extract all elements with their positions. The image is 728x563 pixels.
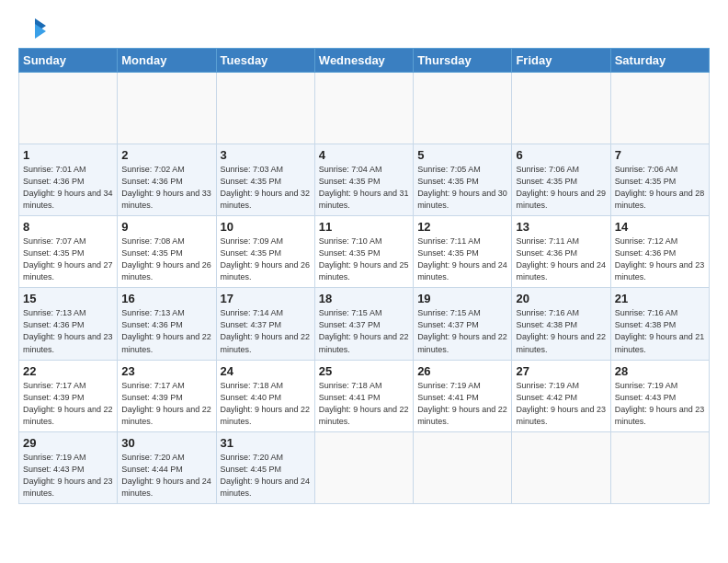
day-number: 19 — [417, 292, 507, 305]
table-row: 3 Sunrise: 7:03 AM Sunset: 4:35 PM Dayli… — [216, 144, 314, 216]
table-row — [610, 73, 709, 144]
day-number: 2 — [121, 148, 211, 162]
day-number: 25 — [319, 364, 409, 378]
table-row: 22 Sunrise: 7:17 AM Sunset: 4:39 PM Dayl… — [19, 360, 118, 431]
day-info: Sunrise: 7:03 AM Sunset: 4:35 PM Dayligh… — [221, 165, 311, 210]
header — [18, 17, 710, 42]
day-info: Sunrise: 7:11 AM Sunset: 4:36 PM Dayligh… — [516, 236, 606, 282]
day-number: 14 — [615, 220, 705, 234]
day-info: Sunrise: 7:01 AM Sunset: 4:36 PM Dayligh… — [23, 165, 113, 210]
day-number: 11 — [319, 220, 409, 234]
header-row: Sunday Monday Tuesday Wednesday Thursday… — [19, 49, 710, 73]
day-info: Sunrise: 7:17 AM Sunset: 4:39 PM Dayligh… — [23, 381, 113, 426]
table-row — [19, 73, 118, 144]
day-number: 21 — [615, 292, 705, 305]
day-info: Sunrise: 7:16 AM Sunset: 4:38 PM Dayligh… — [615, 308, 705, 353]
table-row: 28 Sunrise: 7:19 AM Sunset: 4:43 PM Dayl… — [610, 360, 709, 431]
day-number: 3 — [221, 148, 311, 162]
day-number: 6 — [516, 148, 606, 162]
day-number: 31 — [221, 436, 311, 450]
day-info: Sunrise: 7:08 AM Sunset: 4:35 PM Dayligh… — [121, 236, 211, 282]
day-info: Sunrise: 7:07 AM Sunset: 4:35 PM Dayligh… — [23, 236, 113, 282]
col-wednesday: Wednesday — [314, 49, 413, 73]
day-number: 17 — [221, 292, 311, 305]
day-number: 9 — [121, 220, 211, 234]
day-info: Sunrise: 7:15 AM Sunset: 4:37 PM Dayligh… — [319, 308, 409, 353]
table-row: 5 Sunrise: 7:05 AM Sunset: 4:35 PM Dayli… — [414, 144, 512, 216]
day-info: Sunrise: 7:19 AM Sunset: 4:41 PM Dayligh… — [417, 381, 507, 426]
table-row: 18 Sunrise: 7:15 AM Sunset: 4:37 PM Dayl… — [314, 288, 413, 360]
day-info: Sunrise: 7:16 AM Sunset: 4:38 PM Dayligh… — [516, 308, 606, 353]
day-info: Sunrise: 7:20 AM Sunset: 4:44 PM Dayligh… — [121, 453, 211, 498]
table-row: 2 Sunrise: 7:02 AM Sunset: 4:36 PM Dayli… — [118, 144, 216, 216]
day-number: 1 — [23, 148, 113, 162]
table-row: 6 Sunrise: 7:06 AM Sunset: 4:35 PM Dayli… — [512, 144, 610, 216]
table-row: 12 Sunrise: 7:11 AM Sunset: 4:35 PM Dayl… — [414, 216, 512, 288]
table-row: 21 Sunrise: 7:16 AM Sunset: 4:38 PM Dayl… — [610, 288, 709, 360]
table-row: 13 Sunrise: 7:11 AM Sunset: 4:36 PM Dayl… — [512, 216, 610, 288]
day-number: 23 — [121, 364, 211, 378]
table-row: 16 Sunrise: 7:13 AM Sunset: 4:36 PM Dayl… — [118, 288, 216, 360]
table-row — [118, 73, 216, 144]
day-number: 16 — [121, 292, 211, 305]
day-info: Sunrise: 7:18 AM Sunset: 4:41 PM Dayligh… — [319, 381, 409, 426]
col-friday: Friday — [512, 49, 610, 73]
day-number: 28 — [615, 364, 705, 378]
day-info: Sunrise: 7:15 AM Sunset: 4:37 PM Dayligh… — [417, 308, 507, 353]
table-row: 29 Sunrise: 7:19 AM Sunset: 4:43 PM Dayl… — [19, 431, 118, 503]
table-row: 19 Sunrise: 7:15 AM Sunset: 4:37 PM Dayl… — [414, 288, 512, 360]
table-row: 14 Sunrise: 7:12 AM Sunset: 4:36 PM Dayl… — [610, 216, 709, 288]
day-info: Sunrise: 7:11 AM Sunset: 4:35 PM Dayligh… — [417, 236, 507, 282]
day-info: Sunrise: 7:13 AM Sunset: 4:36 PM Dayligh… — [121, 308, 211, 353]
table-row: 17 Sunrise: 7:14 AM Sunset: 4:37 PM Dayl… — [216, 288, 314, 360]
table-row — [314, 431, 413, 503]
day-number: 10 — [221, 220, 311, 234]
table-row: 24 Sunrise: 7:18 AM Sunset: 4:40 PM Dayl… — [216, 360, 314, 431]
col-monday: Monday — [118, 49, 216, 73]
col-saturday: Saturday — [610, 49, 709, 73]
day-info: Sunrise: 7:04 AM Sunset: 4:35 PM Dayligh… — [319, 165, 409, 210]
day-number: 22 — [23, 364, 113, 378]
day-number: 18 — [319, 292, 409, 305]
day-number: 4 — [319, 148, 409, 162]
day-info: Sunrise: 7:19 AM Sunset: 4:43 PM Dayligh… — [615, 381, 705, 426]
table-row: 23 Sunrise: 7:17 AM Sunset: 4:39 PM Dayl… — [118, 360, 216, 431]
day-info: Sunrise: 7:05 AM Sunset: 4:35 PM Dayligh… — [417, 165, 507, 210]
day-number: 27 — [516, 364, 606, 378]
logo — [18, 17, 48, 42]
day-number: 15 — [23, 292, 113, 305]
table-row: 8 Sunrise: 7:07 AM Sunset: 4:35 PM Dayli… — [19, 216, 118, 288]
day-number: 26 — [417, 364, 507, 378]
col-sunday: Sunday — [19, 49, 118, 73]
day-info: Sunrise: 7:02 AM Sunset: 4:36 PM Dayligh… — [121, 165, 211, 210]
day-info: Sunrise: 7:13 AM Sunset: 4:36 PM Dayligh… — [23, 308, 113, 353]
table-row: 11 Sunrise: 7:10 AM Sunset: 4:35 PM Dayl… — [314, 216, 413, 288]
table-row — [414, 431, 512, 503]
table-row: 20 Sunrise: 7:16 AM Sunset: 4:38 PM Dayl… — [512, 288, 610, 360]
calendar-page: Sunday Monday Tuesday Wednesday Thursday… — [0, 0, 728, 563]
table-row: 4 Sunrise: 7:04 AM Sunset: 4:35 PM Dayli… — [314, 144, 413, 216]
table-row: 1 Sunrise: 7:01 AM Sunset: 4:36 PM Dayli… — [19, 144, 118, 216]
logo-flag-icon — [22, 17, 48, 42]
table-row: 15 Sunrise: 7:13 AM Sunset: 4:36 PM Dayl… — [19, 288, 118, 360]
day-number: 29 — [23, 436, 113, 450]
day-info: Sunrise: 7:06 AM Sunset: 4:35 PM Dayligh… — [615, 165, 705, 210]
day-info: Sunrise: 7:19 AM Sunset: 4:42 PM Dayligh… — [516, 381, 606, 426]
day-info: Sunrise: 7:14 AM Sunset: 4:37 PM Dayligh… — [221, 308, 311, 353]
day-number: 24 — [221, 364, 311, 378]
table-row: 9 Sunrise: 7:08 AM Sunset: 4:35 PM Dayli… — [118, 216, 216, 288]
table-row — [512, 431, 610, 503]
day-number: 12 — [417, 220, 507, 234]
day-number: 7 — [615, 148, 705, 162]
table-row: 27 Sunrise: 7:19 AM Sunset: 4:42 PM Dayl… — [512, 360, 610, 431]
day-number: 5 — [417, 148, 507, 162]
day-info: Sunrise: 7:17 AM Sunset: 4:39 PM Dayligh… — [121, 381, 211, 426]
table-row: 7 Sunrise: 7:06 AM Sunset: 4:35 PM Dayli… — [610, 144, 709, 216]
table-row — [314, 73, 413, 144]
day-info: Sunrise: 7:06 AM Sunset: 4:35 PM Dayligh… — [516, 165, 606, 210]
table-row — [610, 431, 709, 503]
calendar-table: Sunday Monday Tuesday Wednesday Thursday… — [18, 48, 710, 504]
day-info: Sunrise: 7:18 AM Sunset: 4:40 PM Dayligh… — [221, 381, 311, 426]
col-tuesday: Tuesday — [216, 49, 314, 73]
day-info: Sunrise: 7:10 AM Sunset: 4:35 PM Dayligh… — [319, 236, 409, 282]
